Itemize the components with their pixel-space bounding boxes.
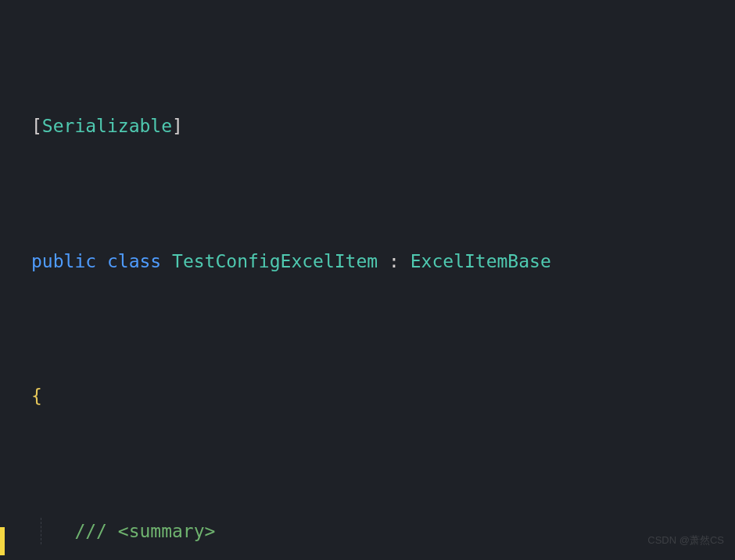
bracket-close: ] — [172, 116, 183, 136]
keyword-class: class — [107, 251, 161, 271]
bracket-open: [ — [31, 116, 42, 136]
class-name: TestConfigExcelItem — [172, 251, 378, 271]
keyword-public: public — [31, 251, 96, 271]
attribute-name: Serializable — [42, 116, 172, 136]
code-line: [Serializable] — [0, 113, 735, 140]
brace-open: { — [31, 386, 42, 406]
code-line: public class TestConfigExcelItem : Excel… — [0, 248, 735, 275]
code-editor[interactable]: [Serializable] public class TestConfigEx… — [0, 0, 735, 560]
base-class: ExcelItemBase — [411, 251, 551, 271]
gutter-highlight — [0, 527, 5, 555]
code-line: { — [0, 382, 735, 410]
xml-doc: /// <summary> — [74, 521, 215, 541]
code-line: /// <summary> — [0, 518, 735, 545]
colon: : — [389, 251, 400, 271]
